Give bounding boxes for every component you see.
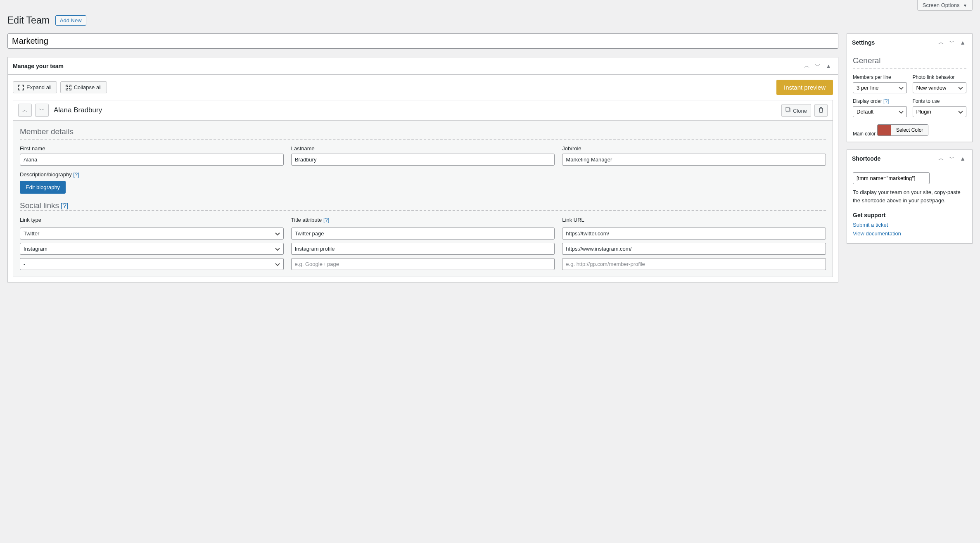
- first-name-label: First name: [20, 145, 284, 152]
- screen-options-button[interactable]: Screen Options ▼: [917, 0, 973, 11]
- general-heading: General: [853, 56, 966, 65]
- screen-options-label: Screen Options: [923, 2, 960, 8]
- link-url-input[interactable]: [562, 243, 826, 255]
- link-type-select[interactable]: Instagram: [20, 243, 284, 255]
- member-name: Alana Bradbury: [54, 106, 102, 114]
- description-help-link[interactable]: [?]: [73, 171, 79, 178]
- trash-icon: [819, 107, 823, 113]
- job-input[interactable]: [562, 154, 826, 166]
- chevron-up-icon: ︿: [938, 39, 944, 45]
- member-card: ︿ ﹀ Alana Bradbury Clone: [13, 100, 833, 277]
- shortcode-panel: Shortcode ︿ ﹀ ▲ To display your team on …: [847, 149, 973, 244]
- edit-biography-button[interactable]: Edit biography: [20, 181, 66, 194]
- shortcode-description: To display your team on your site, copy-…: [853, 188, 966, 204]
- title-attr-input[interactable]: [291, 228, 555, 239]
- member-move-up-button[interactable]: ︿: [18, 104, 32, 117]
- move-up-button[interactable]: ︿: [937, 38, 946, 47]
- view-docs-link[interactable]: View documentation: [853, 230, 966, 238]
- instant-preview-button[interactable]: Instant preview: [776, 80, 833, 95]
- move-down-button[interactable]: ﹀: [947, 154, 956, 163]
- fonts-label: Fonts to use: [913, 98, 967, 104]
- manage-team-heading: Manage your team: [13, 63, 64, 69]
- collapse-all-button[interactable]: Collapse all: [60, 81, 107, 93]
- svg-rect-1: [786, 107, 789, 111]
- settings-heading: Settings: [852, 39, 875, 46]
- expand-all-label: Expand all: [26, 84, 52, 90]
- chevron-up-icon: ︿: [22, 107, 28, 113]
- title-attr-input[interactable]: [291, 258, 555, 270]
- members-per-line-select[interactable]: 3 per line: [853, 82, 907, 93]
- display-order-select[interactable]: Default: [853, 106, 907, 117]
- expand-icon: [18, 85, 24, 90]
- link-type-select[interactable]: -: [20, 258, 284, 270]
- display-order-label: Display order: [853, 98, 882, 104]
- toggle-panel-button[interactable]: ▲: [958, 154, 967, 163]
- display-order-help-link[interactable]: [?]: [883, 98, 889, 104]
- settings-panel: Settings ︿ ﹀ ▲ General Members per line …: [847, 33, 973, 142]
- color-swatch: [878, 125, 891, 135]
- toggle-panel-button[interactable]: ▲: [824, 62, 833, 71]
- chevron-down-icon: ﹀: [815, 62, 821, 69]
- fonts-select[interactable]: Plugin: [913, 106, 967, 117]
- main-color-label: Main color: [853, 131, 876, 137]
- clone-label: Clone: [793, 108, 807, 114]
- delete-member-button[interactable]: [814, 104, 828, 117]
- submit-ticket-link[interactable]: Submit a ticket: [853, 221, 966, 230]
- triangle-up-icon: ▲: [960, 155, 966, 162]
- description-label: Description/biography: [20, 171, 72, 178]
- select-color-button[interactable]: Select Color: [891, 125, 928, 135]
- expand-all-button[interactable]: Expand all: [13, 81, 57, 93]
- collapse-icon: [66, 85, 71, 90]
- support-heading: Get support: [853, 212, 966, 218]
- link-type-select[interactable]: Twitter: [20, 228, 284, 239]
- chevron-up-icon: ︿: [804, 62, 810, 69]
- chevron-up-icon: ︿: [938, 155, 944, 161]
- toggle-panel-button[interactable]: ▲: [958, 38, 967, 47]
- clone-button[interactable]: Clone: [781, 104, 811, 117]
- title-attr-input[interactable]: [291, 243, 555, 255]
- photo-link-label: Photo link behavior: [913, 74, 967, 80]
- team-title-input[interactable]: [7, 33, 838, 49]
- divider: [20, 210, 826, 211]
- member-move-down-button[interactable]: ﹀: [35, 104, 49, 117]
- caret-down-icon: ▼: [963, 3, 967, 8]
- chevron-down-icon: ﹀: [949, 39, 955, 45]
- move-up-button[interactable]: ︿: [937, 154, 946, 163]
- title-attr-help-link[interactable]: [?]: [323, 217, 329, 223]
- chevron-down-icon: ﹀: [39, 107, 45, 113]
- copy-icon: [785, 107, 791, 113]
- member-details-heading: Member details: [20, 127, 826, 136]
- add-new-button[interactable]: Add New: [55, 15, 86, 26]
- members-per-line-label: Members per line: [853, 74, 907, 80]
- triangle-up-icon: ▲: [960, 39, 966, 46]
- link-type-label: Link type: [20, 217, 284, 223]
- last-name-input[interactable]: [291, 154, 555, 166]
- social-links-help-link[interactable]: [?]: [61, 202, 69, 210]
- link-url-label: Link URL: [562, 217, 826, 223]
- last-name-label: Lastname: [291, 145, 555, 152]
- social-links-heading: Social links: [20, 201, 59, 210]
- first-name-input[interactable]: [20, 154, 284, 166]
- job-label: Job/role: [562, 145, 826, 152]
- title-attr-label: Title attribute: [291, 217, 322, 223]
- shortcode-input[interactable]: [853, 172, 930, 184]
- collapse-all-label: Collapse all: [74, 84, 102, 90]
- divider: [20, 139, 826, 140]
- move-up-button[interactable]: ︿: [802, 62, 812, 71]
- page-title: Edit Team: [7, 15, 50, 26]
- link-url-input[interactable]: [562, 228, 826, 239]
- chevron-down-icon: ﹀: [949, 155, 955, 161]
- move-down-button[interactable]: ﹀: [947, 38, 956, 47]
- photo-link-select[interactable]: New window: [913, 82, 967, 93]
- divider: [853, 68, 966, 69]
- shortcode-heading: Shortcode: [852, 155, 880, 162]
- link-url-input[interactable]: [562, 258, 826, 270]
- triangle-up-icon: ▲: [826, 63, 831, 69]
- move-down-button[interactable]: ﹀: [813, 62, 822, 71]
- manage-team-panel: Manage your team ︿ ﹀ ▲ Expand all: [7, 57, 838, 282]
